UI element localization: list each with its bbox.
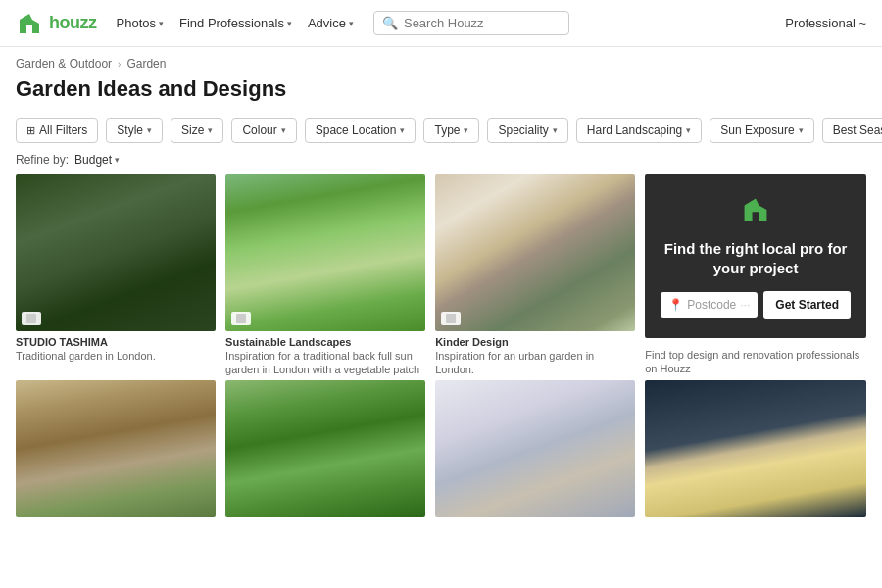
nav-advice[interactable]: Advice ▾ [308, 16, 354, 30]
photo-trees [225, 380, 425, 517]
breadcrumb-garden: Garden [126, 57, 166, 71]
chevron-down-icon: ▾ [799, 125, 804, 135]
filter-icon: ⊞ [26, 124, 35, 137]
professional-label[interactable]: Professional ~ [785, 16, 866, 30]
breadcrumb: Garden & Outdoor › Garden [0, 47, 882, 74]
chevron-down-icon: ▾ [281, 125, 286, 135]
item-author-1: STUDIO TASHIMA [16, 336, 216, 348]
grid-item-7[interactable] [435, 380, 635, 517]
chevron-down-icon: ▾ [208, 125, 213, 135]
image-wrap-6[interactable] [225, 380, 425, 517]
photo-grid: STUDIO TASHIMA Traditional garden in Lon… [0, 174, 882, 517]
filter-size[interactable]: Size ▾ [171, 118, 223, 143]
search-input[interactable] [404, 16, 561, 30]
item-desc-3: Inspiration for an urban garden in Londo… [435, 349, 635, 377]
image-wrap-1[interactable] [16, 174, 216, 331]
grid-item-8[interactable] [645, 380, 866, 517]
pro-badge-1 [22, 312, 41, 325]
grid-item-2[interactable]: Sustainable Landscapes Inspiration for a… [225, 174, 425, 380]
promo-title: Find the right local pro for your projec… [661, 239, 851, 277]
page-title: Garden Ideas and Designs [0, 74, 882, 112]
item-meta-1: STUDIO TASHIMA Traditional garden in Lon… [16, 331, 216, 365]
filter-bar: ⊞ All Filters Style ▾ Size ▾ Colour ▾ Sp… [0, 112, 882, 149]
all-filters-button[interactable]: ⊞ All Filters [16, 118, 98, 143]
chevron-down-icon: ▾ [287, 19, 292, 28]
photo-garden1 [16, 174, 216, 331]
chevron-down-icon: ▾ [147, 125, 152, 135]
photo-house1 [16, 380, 216, 517]
badge-icon-2 [236, 314, 246, 323]
refine-bar: Refine by: Budget ▾ [0, 149, 882, 174]
nav-find-professionals[interactable]: Find Professionals ▾ [179, 16, 292, 30]
promo-sub-text: Find top design and renovation professio… [645, 348, 866, 376]
photo-garden2 [225, 174, 425, 331]
chevron-down-icon: ▾ [115, 155, 120, 165]
item-desc-2: Inspiration for a traditional back full … [225, 349, 425, 378]
postcode-placeholder-text: Postcode [687, 298, 736, 312]
logo-text: houzz [49, 13, 97, 33]
search-icon: 🔍 [382, 16, 398, 30]
grid-item-1[interactable]: STUDIO TASHIMA Traditional garden in Lon… [16, 174, 216, 380]
location-pin-icon: 📍 [668, 298, 683, 312]
pro-badge-2 [231, 312, 251, 325]
promo-meta: Find top design and renovation professio… [645, 342, 866, 378]
navbar: houzz Photos ▾ Find Professionals ▾ Advi… [0, 0, 882, 47]
photo-interior [435, 380, 635, 517]
breadcrumb-garden-outdoor[interactable]: Garden & Outdoor [16, 57, 112, 71]
dots-icon: ··· [740, 298, 750, 312]
houzz-icon-svg [16, 10, 43, 37]
logo[interactable]: houzz [16, 10, 97, 37]
chevron-down-icon: ▾ [349, 19, 354, 28]
filter-hard-landscaping[interactable]: Hard Landscaping ▾ [576, 118, 702, 143]
promo-form: 📍 Postcode ··· Get Started [661, 291, 851, 318]
chevron-down-icon: ▾ [553, 125, 558, 135]
item-desc-1: Traditional garden in London. [16, 349, 216, 363]
item-author-3: Kinder Design [435, 336, 635, 348]
promo-houzz-icon [740, 194, 771, 229]
breadcrumb-separator: › [118, 59, 121, 70]
grid-item-3[interactable]: Kinder Design Inspiration for an urban g… [435, 174, 635, 380]
nav-links: Photos ▾ Find Professionals ▾ Advice ▾ [117, 16, 354, 30]
badge-icon-3 [446, 314, 456, 323]
item-meta-3: Kinder Design Inspiration for an urban g… [435, 331, 635, 379]
nav-photos[interactable]: Photos ▾ [117, 16, 164, 30]
image-wrap-2[interactable] [225, 174, 425, 331]
filter-space-location[interactable]: Space Location ▾ [305, 118, 416, 143]
search-bar[interactable]: 🔍 [373, 11, 569, 35]
chevron-down-icon: ▾ [159, 19, 164, 28]
image-wrap-8[interactable] [645, 380, 866, 517]
photo-night [645, 380, 866, 517]
filter-speciality[interactable]: Speciality ▾ [487, 118, 567, 143]
grid-item-6[interactable] [225, 380, 425, 517]
refine-label: Refine by: [16, 153, 69, 167]
filter-type[interactable]: Type ▾ [423, 118, 479, 143]
filter-sun-exposure[interactable]: Sun Exposure ▾ [710, 118, 813, 143]
image-wrap-3[interactable] [435, 174, 635, 331]
photo-garden3 [435, 174, 635, 331]
badge-icon-1 [26, 314, 36, 323]
item-meta-2: Sustainable Landscapes Inspiration for a… [225, 331, 425, 380]
grid-item-5[interactable] [16, 380, 216, 517]
filter-style[interactable]: Style ▾ [106, 118, 163, 143]
refine-budget-button[interactable]: Budget ▾ [74, 153, 120, 167]
chevron-down-icon: ▾ [400, 125, 405, 135]
image-wrap-5[interactable] [16, 380, 216, 517]
promo-card: Find the right local pro for your projec… [645, 174, 866, 338]
filter-best-season[interactable]: Best Season ▾ [822, 118, 882, 143]
chevron-down-icon: ▾ [464, 125, 468, 135]
get-started-button[interactable]: Get Started [763, 291, 851, 318]
chevron-down-icon: ▾ [686, 125, 691, 135]
pro-badge-3 [441, 312, 461, 325]
promo-card-column: Find the right local pro for your projec… [645, 174, 866, 380]
filter-colour[interactable]: Colour ▾ [231, 118, 296, 143]
image-wrap-7[interactable] [435, 380, 635, 517]
item-author-2: Sustainable Landscapes [225, 336, 425, 348]
postcode-input[interactable]: 📍 Postcode ··· [661, 292, 758, 318]
